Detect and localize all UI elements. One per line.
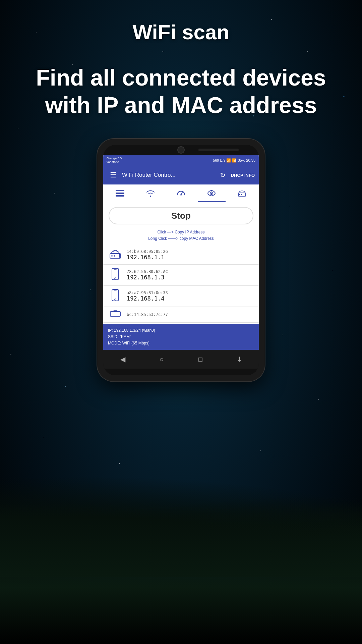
info-ip: IP: 192.168.1.3/24 (wlan0) [108,327,254,334]
instructions-section: Click —> Copy IP Address Long Click ——> … [103,229,259,245]
headline-section: WiFi scan Find all connected devices wit… [0,20,362,119]
back-button[interactable]: ◀ [114,355,131,363]
app-screen: Orange EG vodafone 569 B/s 📶 📶 35% 20:38 [103,155,259,350]
info-bar: IP: 192.168.1.3/24 (wlan0) SSID: "KAM" M… [103,324,259,350]
speed-indicator: 569 B/s [213,158,225,162]
device-list: 14:b9:68:95:85:26 192.168.1.1 [103,246,259,323]
device-ip: 192.168.1.3 [127,274,253,281]
recent-button[interactable]: □ [192,356,209,363]
device-info: 78:62:56:B0:62:AC 192.168.1.3 [127,269,253,281]
svg-rect-2 [116,195,124,197]
device-info: 14:b9:68:95:85:26 192.168.1.1 [127,249,253,261]
instruction-copy-mac: Long Click ——> copy MAC Address [109,235,253,242]
generic-device-icon [109,310,122,319]
tab-wifi[interactable] [135,184,166,202]
status-icons: 569 B/s 📶 📶 35% 20:38 [213,158,255,163]
svg-point-8 [241,194,242,195]
device-row[interactable]: bc:14:85:53:7c:77 [103,307,259,323]
svg-point-11 [111,255,113,257]
device-row[interactable]: 78:62:56:B0:62:AC 192.168.1.3 [103,265,259,286]
carrier-secondary: vodafone [107,160,122,164]
device-mac: 14:b9:68:95:85:26 [127,249,253,254]
dhcp-info-button[interactable]: DHCP INFO [231,173,255,178]
device-mac: bc:14:85:53:7c:77 [127,312,253,317]
tab-eye[interactable] [196,184,227,202]
phone-speaker [198,149,239,151]
toolbar-title: WiFi Router Contro... [122,172,215,178]
phone-top-bar [103,145,259,155]
menu-icon[interactable]: ☰ [107,171,119,179]
svg-rect-20 [110,312,120,316]
svg-rect-14 [112,268,119,280]
signal-icon: 📶 [232,158,237,163]
app-toolbar: ☰ WiFi Router Contro... ↻ DHCP INFO [103,166,259,184]
refresh-icon[interactable]: ↻ [218,171,228,179]
phone-device-icon [109,268,122,282]
stop-button[interactable]: Stop [109,207,253,224]
carrier-info: Orange EG vodafone [107,157,122,164]
time-display: 20:38 [246,158,255,162]
svg-rect-1 [116,193,124,194]
carrier-primary: Orange EG [107,157,122,160]
home-button[interactable]: ○ [153,356,170,363]
device-mac: a8:a7:95:81:0e:33 [127,290,253,295]
phone-home-bar [103,369,259,375]
svg-point-19 [115,299,116,300]
tab-speed[interactable] [166,184,196,202]
download-button[interactable]: ⬇ [231,355,248,363]
tab-list[interactable] [105,184,135,202]
device-info: a8:a7:95:81:0e:33 192.168.1.4 [127,290,253,302]
info-ssid: SSID: "KAM" [108,334,254,340]
router-device-icon [109,249,122,261]
svg-rect-17 [112,289,119,301]
svg-point-3 [180,194,182,196]
svg-point-16 [115,278,116,279]
device-row[interactable]: a8:a7:95:81:0e:33 192.168.1.4 [103,286,259,307]
device-info: bc:14:85:53:7c:77 [127,312,253,317]
svg-rect-0 [116,190,124,191]
stop-button-container: Stop [103,202,259,229]
device-mac: 78:62:56:B0:62:AC [127,269,253,274]
device-ip: 192.168.1.4 [127,295,253,302]
phone-mockup: Orange EG vodafone 569 B/s 📶 📶 35% 20:38 [97,139,265,381]
phone-camera [177,146,185,154]
wifi-status-icon: 📶 [226,158,231,163]
phone-device-icon-2 [109,289,122,303]
info-mode: MODE: WiFi (65 Mbps) [108,340,254,346]
page-title: WiFi scan [0,20,362,44]
device-ip: 192.168.1.1 [127,254,253,261]
svg-point-5 [211,193,212,194]
device-row[interactable]: 14:b9:68:95:85:26 192.168.1.1 [103,246,259,265]
tab-router[interactable] [227,184,257,202]
phone-nav-bar: ◀ ○ □ ⬇ [103,350,259,369]
tab-bar [103,184,259,202]
svg-rect-21 [114,311,117,312]
page-subtitle: Find all connected devices with IP and M… [0,64,362,119]
battery-icon: 35% [238,158,245,162]
status-bar: Orange EG vodafone 569 B/s 📶 📶 35% 20:38 [103,155,259,166]
svg-point-12 [114,255,115,257]
svg-point-7 [239,194,240,195]
instruction-copy-ip: Click —> Copy IP Address [109,229,253,235]
